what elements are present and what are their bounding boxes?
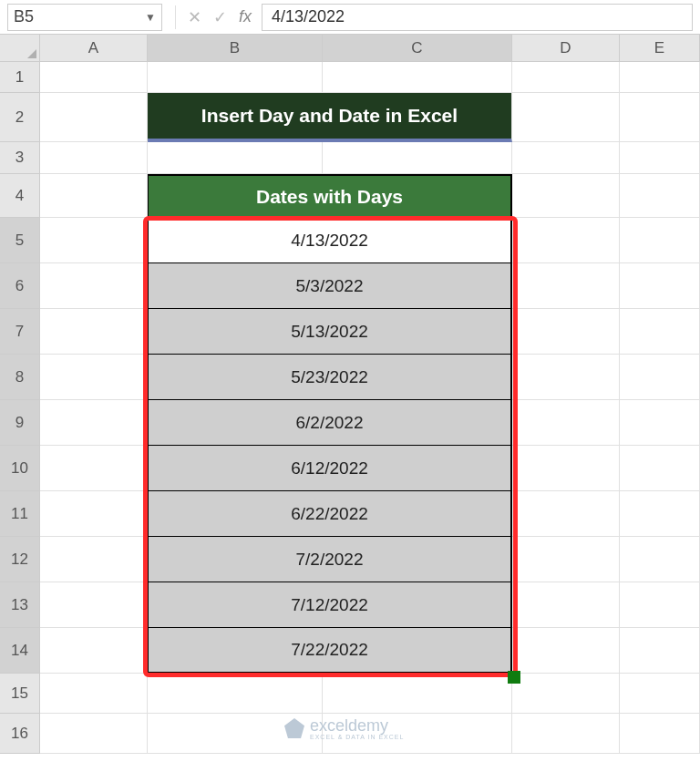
data-cell[interactable]: 7/2/2022 [148,537,512,582]
cell[interactable] [40,218,148,263]
cell[interactable] [40,446,148,491]
cell[interactable] [512,174,620,218]
row-header-14[interactable]: 14 [0,628,40,674]
cell[interactable] [620,174,700,218]
cell[interactable] [323,714,512,754]
cell[interactable] [512,446,620,491]
cancel-icon[interactable]: ✕ [181,5,207,30]
cell[interactable] [40,174,148,218]
cell[interactable] [40,628,148,674]
title-cell[interactable]: Insert Day and Date in Excel [148,93,512,142]
data-cell[interactable]: 4/13/2022 [148,218,512,263]
cell[interactable] [512,309,620,355]
chevron-down-icon[interactable]: ▼ [145,11,156,24]
cell[interactable] [40,263,148,309]
cell[interactable] [512,142,620,174]
cell[interactable] [620,142,700,174]
cell[interactable] [40,674,148,714]
cell[interactable] [512,263,620,309]
row-header-8[interactable]: 8 [0,355,40,400]
row-header-5[interactable]: 5 [0,218,40,263]
table-header-cell[interactable]: Dates with Days [148,174,512,218]
row-header-1[interactable]: 1 [0,62,40,93]
cell[interactable] [512,628,620,674]
row-header-4[interactable]: 4 [0,174,40,218]
spreadsheet-grid: A B C D E 1 2Insert Day and Date in Exce… [0,35,700,754]
cell[interactable] [40,491,148,537]
cell[interactable] [620,446,700,491]
cell[interactable] [40,714,148,754]
cell[interactable] [148,714,323,754]
data-cell[interactable]: 5/3/2022 [148,263,512,309]
row-header-10[interactable]: 10 [0,446,40,491]
cell[interactable] [620,537,700,582]
row-header-2[interactable]: 2 [0,93,40,142]
cell[interactable] [620,309,700,355]
cell[interactable] [620,714,700,754]
cell[interactable] [512,674,620,714]
cell[interactable] [512,400,620,446]
cell[interactable] [620,62,700,93]
cell[interactable] [620,582,700,628]
cell[interactable] [40,355,148,400]
formula-text: 4/13/2022 [272,7,345,26]
cell[interactable] [40,142,148,174]
cell[interactable] [620,355,700,400]
cell[interactable] [512,62,620,93]
cell[interactable] [40,93,148,142]
fill-handle[interactable] [508,671,520,684]
cell[interactable] [620,491,700,537]
cell[interactable] [40,309,148,355]
data-cell[interactable]: 5/13/2022 [148,309,512,355]
col-header-A[interactable]: A [40,35,148,62]
cell[interactable] [148,142,323,174]
formula-input[interactable]: 4/13/2022 [262,4,693,31]
row-header-3[interactable]: 3 [0,142,40,174]
cell[interactable] [40,582,148,628]
data-cell[interactable]: 6/2/2022 [148,400,512,446]
cell[interactable] [620,674,700,714]
name-box-value: B5 [14,7,34,26]
cell[interactable] [512,714,620,754]
name-box[interactable]: B5 ▼ [7,4,162,31]
col-header-D[interactable]: D [512,35,620,62]
cell[interactable] [512,93,620,142]
col-header-C[interactable]: C [323,35,512,62]
row-header-15[interactable]: 15 [0,674,40,714]
cell[interactable] [620,263,700,309]
cell[interactable] [148,62,323,93]
data-cell[interactable]: 7/22/2022 [148,628,512,674]
cell[interactable] [40,537,148,582]
cell[interactable] [323,62,512,93]
cell[interactable] [512,218,620,263]
cell[interactable] [620,93,700,142]
cell[interactable] [148,674,323,714]
data-cell[interactable]: 6/22/2022 [148,491,512,537]
select-all-corner[interactable] [0,35,40,62]
cell[interactable] [323,674,512,714]
col-header-B[interactable]: B [148,35,323,62]
cell[interactable] [323,142,512,174]
cell[interactable] [512,355,620,400]
fx-icon[interactable]: fx [232,5,258,30]
cell[interactable] [40,62,148,93]
row-header-12[interactable]: 12 [0,537,40,582]
row-header-11[interactable]: 11 [0,491,40,537]
cell[interactable] [620,400,700,446]
col-header-E[interactable]: E [620,35,700,62]
row-header-13[interactable]: 13 [0,582,40,628]
cell[interactable] [512,537,620,582]
row-header-16[interactable]: 16 [0,714,40,754]
cell[interactable] [620,218,700,263]
cell[interactable] [40,400,148,446]
cell[interactable] [512,491,620,537]
confirm-icon[interactable]: ✓ [207,5,232,30]
row-header-7[interactable]: 7 [0,309,40,355]
cell[interactable] [512,582,620,628]
cell[interactable] [620,628,700,674]
data-cell[interactable]: 7/12/2022 [148,582,512,628]
data-cell[interactable]: 6/12/2022 [148,446,512,491]
row-header-6[interactable]: 6 [0,263,40,309]
row-header-9[interactable]: 9 [0,400,40,446]
data-cell[interactable]: 5/23/2022 [148,355,512,400]
